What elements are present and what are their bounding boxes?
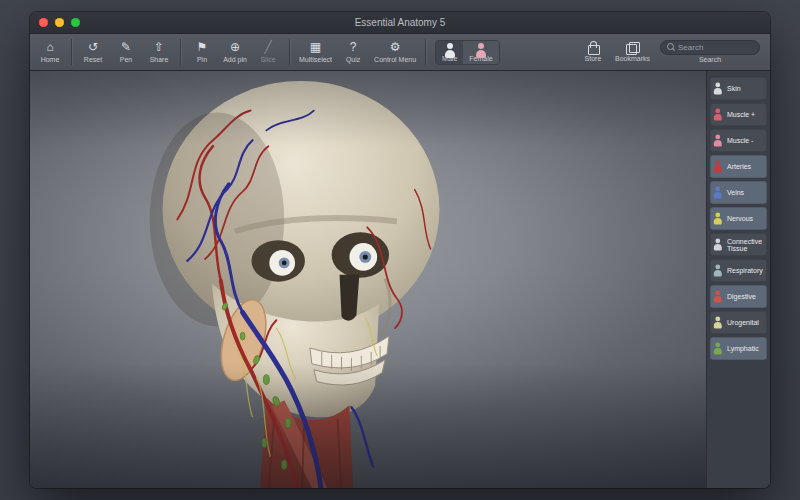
connective-tissue-icon <box>713 239 722 251</box>
slice-icon: ╱ <box>264 41 271 55</box>
store-bag-icon <box>587 41 599 54</box>
add-pin-button[interactable]: ⊕ Add pin <box>223 41 247 64</box>
share-icon: ⇧ <box>154 41 164 55</box>
male-button[interactable]: Male <box>436 41 463 64</box>
toolbar-separator <box>425 39 426 65</box>
sidebar-item-urogenital[interactable]: Urogenital <box>710 311 767 334</box>
home-button[interactable]: ⌂ Home <box>38 41 62 64</box>
muscle-plus-icon <box>713 109 722 121</box>
muscle-minus-icon <box>713 135 722 147</box>
skin-layer-icon <box>713 83 722 95</box>
share-button[interactable]: ⇧ Share <box>147 41 171 64</box>
digestive-icon <box>713 291 722 303</box>
main-content: Skin Muscle + Muscle - Arteries Veins Ne… <box>30 71 770 488</box>
sidebar-item-muscle-plus[interactable]: Muscle + <box>710 103 767 126</box>
gender-toggle: Male Female <box>435 40 500 65</box>
systems-sidebar: Skin Muscle + Muscle - Arteries Veins Ne… <box>706 71 770 488</box>
control-menu-button[interactable]: ⚙ Control Menu <box>374 41 416 64</box>
search-area: Search <box>660 40 762 64</box>
viewport-vignette <box>30 71 706 488</box>
male-icon <box>444 43 455 54</box>
toolbar-separator <box>289 39 290 65</box>
sidebar-item-veins[interactable]: Veins <box>710 181 767 204</box>
nervous-icon <box>713 213 722 225</box>
add-pin-icon: ⊕ <box>230 41 240 55</box>
pen-icon: ✎ <box>121 41 131 55</box>
sidebar-item-respiratory[interactable]: Respiratory <box>710 259 767 282</box>
sidebar-item-nervous[interactable]: Nervous <box>710 207 767 230</box>
toolbar: ⌂ Home ↺ Reset ✎ Pen ⇧ Share ⚑ Pin ⊕ Add… <box>30 34 770 71</box>
pen-button[interactable]: ✎ Pen <box>114 41 138 64</box>
pin-button[interactable]: ⚑ Pin <box>190 41 214 64</box>
search-label: Search <box>699 56 721 64</box>
sidebar-item-lymphatic[interactable]: Lymphatic <box>710 337 767 360</box>
respiratory-icon <box>713 265 722 277</box>
sidebar-item-connective-tissue[interactable]: Connective Tissue <box>710 233 767 256</box>
veins-icon <box>713 187 722 199</box>
pin-icon: ⚑ <box>197 41 208 55</box>
arteries-icon <box>713 161 722 173</box>
search-field[interactable] <box>660 40 760 55</box>
bookmarks-button[interactable]: Bookmarks <box>615 42 650 63</box>
urogenital-icon <box>713 317 722 329</box>
slice-button[interactable]: ╱ Slice <box>256 41 280 64</box>
quiz-button[interactable]: ? Quiz <box>341 41 365 64</box>
app-window: Essential Anatomy 5 ⌂ Home ↺ Reset ✎ Pen… <box>30 12 770 488</box>
search-input[interactable] <box>678 43 753 52</box>
female-button[interactable]: Female <box>463 41 498 64</box>
titlebar[interactable]: Essential Anatomy 5 <box>30 12 770 34</box>
traffic-lights <box>30 18 80 27</box>
control-menu-icon: ⚙ <box>390 41 401 55</box>
sidebar-item-muscle-minus[interactable]: Muscle - <box>710 129 767 152</box>
toolbar-separator <box>180 39 181 65</box>
home-icon: ⌂ <box>46 41 53 55</box>
quiz-icon: ? <box>350 41 357 55</box>
zoom-button[interactable] <box>71 18 80 27</box>
lymphatic-icon <box>713 343 722 355</box>
minimize-button[interactable] <box>55 18 64 27</box>
close-button[interactable] <box>39 18 48 27</box>
sidebar-item-digestive[interactable]: Digestive <box>710 285 767 308</box>
reset-button[interactable]: ↺ Reset <box>81 41 105 64</box>
toolbar-separator <box>71 39 72 65</box>
bookmarks-icon <box>626 42 639 54</box>
search-icon <box>667 43 675 52</box>
reset-icon: ↺ <box>88 41 98 55</box>
multiselect-icon: ▦ <box>310 41 321 55</box>
multiselect-button[interactable]: ▦ Multiselect <box>299 41 332 64</box>
toolbar-right: Store Bookmarks Search <box>581 40 762 64</box>
sidebar-item-skin[interactable]: Skin <box>710 77 767 100</box>
female-icon <box>475 43 486 54</box>
anatomy-viewport[interactable] <box>30 71 706 488</box>
store-button[interactable]: Store <box>581 41 605 63</box>
sidebar-item-arteries[interactable]: Arteries <box>710 155 767 178</box>
window-title: Essential Anatomy 5 <box>30 17 770 28</box>
